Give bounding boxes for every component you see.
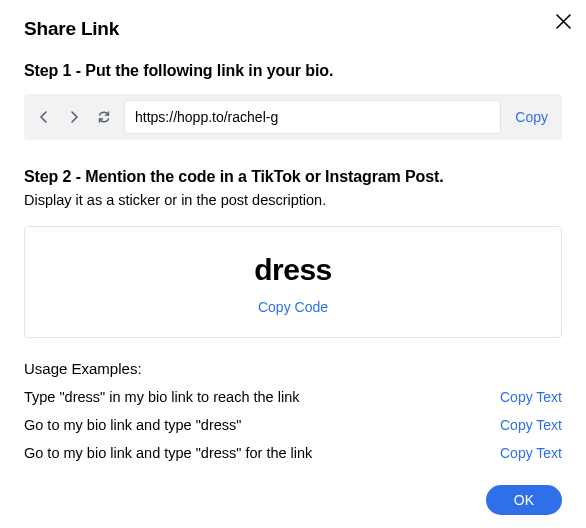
copy-text-button[interactable]: Copy Text <box>500 389 562 405</box>
step2-subtext: Display it as a sticker or in the post d… <box>24 192 562 208</box>
ok-button[interactable]: OK <box>486 485 562 515</box>
copy-text-button[interactable]: Copy Text <box>500 445 562 461</box>
example-text: Go to my bio link and type "dress" for t… <box>24 445 312 461</box>
example-row: Type "dress" in my bio link to reach the… <box>24 389 562 405</box>
close-button[interactable] <box>554 12 572 30</box>
example-row: Go to my bio link and type "dress" for t… <box>24 445 562 461</box>
copy-code-button[interactable]: Copy Code <box>258 299 328 315</box>
code-box: dress Copy Code <box>24 226 562 338</box>
copy-url-button[interactable]: Copy <box>511 109 552 125</box>
code-word: dress <box>254 253 332 287</box>
share-link-modal: Share Link Step 1 - Put the following li… <box>0 0 586 528</box>
example-row: Go to my bio link and type "dress" Copy … <box>24 417 562 433</box>
forward-icon[interactable] <box>64 107 84 127</box>
modal-title: Share Link <box>24 18 119 40</box>
close-icon <box>556 14 571 29</box>
step2-heading: Step 2 - Mention the code in a TikTok or… <box>24 168 562 186</box>
url-bar: Copy <box>24 94 562 140</box>
copy-text-button[interactable]: Copy Text <box>500 417 562 433</box>
back-icon[interactable] <box>34 107 54 127</box>
modal-footer: OK <box>24 485 562 515</box>
usage-examples-heading: Usage Examples: <box>24 360 562 377</box>
refresh-icon[interactable] <box>94 107 114 127</box>
url-input[interactable] <box>124 100 501 134</box>
example-text: Go to my bio link and type "dress" <box>24 417 241 433</box>
example-text: Type "dress" in my bio link to reach the… <box>24 389 299 405</box>
step1-heading: Step 1 - Put the following link in your … <box>24 62 562 80</box>
